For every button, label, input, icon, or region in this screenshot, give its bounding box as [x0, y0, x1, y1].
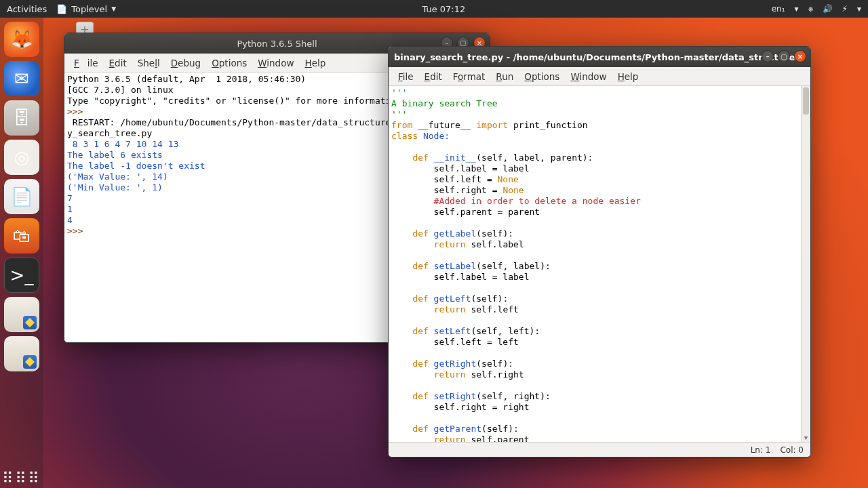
scroll-thumb[interactable] [803, 87, 809, 115]
minimize-button[interactable]: – [762, 50, 774, 62]
editor-scrollbar[interactable]: ▲ ▼ [801, 86, 810, 442]
system-dropdown-icon[interactable]: ▾ [857, 4, 861, 14]
dock-idle-editor[interactable] [4, 336, 39, 371]
menu-window[interactable]: Window [566, 70, 610, 83]
volume-icon[interactable]: 🔊 [823, 4, 833, 14]
menu-shell[interactable]: Shell [134, 56, 164, 70]
menu-help[interactable]: Help [300, 56, 330, 70]
menu-run[interactable]: Run [492, 70, 517, 83]
shell-title: Python 3.6.5 Shell [237, 39, 317, 49]
editor-statusbar: Ln: 1 Col: 0 [389, 442, 810, 457]
clock[interactable]: Tue 07:12 [422, 4, 465, 14]
ubuntu-dock: 🦊 ✉ 🗄 ◎ 📄 🛍 >_ ⠿⠿⠿ [0, 18, 43, 488]
show-applications-button[interactable]: ⠿⠿⠿ [0, 476, 43, 481]
status-col: Col: 0 [780, 445, 804, 455]
keyboard-layout-indicator[interactable]: en₁ [772, 4, 785, 14]
maximize-button[interactable]: ▢ [778, 50, 790, 62]
app-menu-label: Toplevel [71, 4, 107, 14]
editor-title: binary_search_tree.py - /home/ubuntu/Doc… [394, 52, 805, 62]
menu-options[interactable]: Options [208, 56, 251, 70]
dock-software[interactable]: 🛍 [4, 218, 39, 253]
dock-libreoffice-writer[interactable]: 📄 [4, 179, 39, 214]
menu-options[interactable]: Options [520, 70, 564, 83]
dock-firefox[interactable]: 🦊 [4, 22, 39, 57]
scroll-down-icon[interactable]: ▼ [802, 432, 810, 442]
dock-files[interactable]: 🗄 [4, 100, 39, 136]
dock-thunderbird[interactable]: ✉ [4, 61, 39, 96]
editor-menubar: File Edit Format Run Options Window Help [389, 67, 810, 86]
close-button[interactable]: × [794, 50, 806, 62]
activities-button[interactable]: Activities [7, 4, 47, 14]
wifi-icon[interactable]: ⎈ [808, 4, 813, 14]
menu-window[interactable]: Window [254, 56, 298, 70]
editor-code[interactable]: ''' A binary search Tree ''' from __futu… [389, 86, 810, 442]
app-menu[interactable]: 📄 Toplevel ▼ [56, 4, 116, 14]
app-menu-icon: 📄 [56, 4, 67, 14]
dock-idle-shell[interactable] [4, 297, 39, 332]
menu-edit[interactable]: Edit [105, 56, 131, 70]
menu-format[interactable]: Format [449, 70, 490, 83]
chevron-down-icon: ▼ [111, 5, 116, 12]
menu-debug[interactable]: Debug [167, 56, 205, 70]
keyboard-dropdown-icon: ▾ [795, 4, 799, 14]
idle-editor-window: binary_search_tree.py - /home/ubuntu/Doc… [388, 46, 811, 458]
dock-terminal[interactable]: >_ [4, 258, 39, 293]
gnome-topbar: Activities 📄 Toplevel ▼ Tue 07:12 en₁ ▾ … [0, 0, 868, 18]
menu-edit[interactable]: Edit [420, 70, 446, 83]
status-line: Ln: 1 [751, 445, 771, 455]
editor-titlebar[interactable]: binary_search_tree.py - /home/ubuntu/Doc… [389, 47, 810, 67]
battery-icon[interactable]: ⚡ [842, 4, 848, 14]
menu-file[interactable]: File [394, 70, 418, 83]
menu-file[interactable]: File [70, 56, 102, 70]
menu-help[interactable]: Help [614, 70, 643, 83]
dock-rhythmbox[interactable]: ◎ [4, 140, 39, 175]
